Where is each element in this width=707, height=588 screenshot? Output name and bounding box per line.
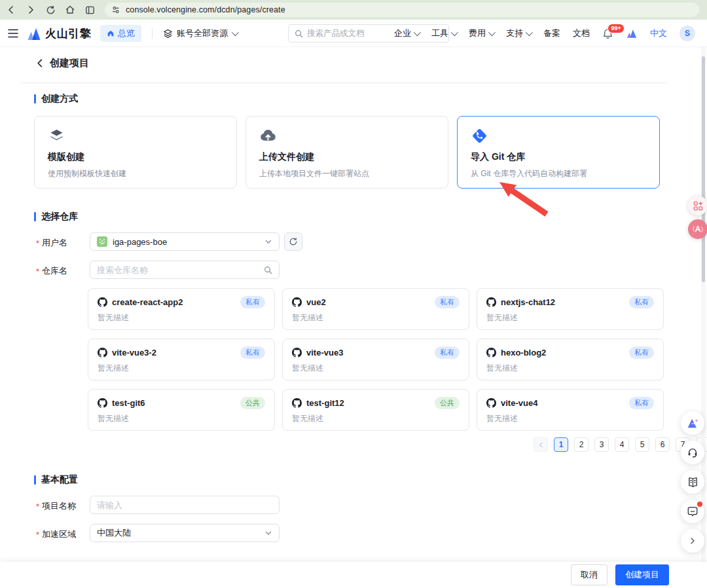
method-card-title: 模版创建 [48, 151, 223, 163]
visibility-badge: 私有 [240, 346, 265, 359]
method-card-upload[interactable]: 上传文件创建 上传本地项目文件一键部署站点 [245, 116, 448, 189]
nav-item-support[interactable]: 支持 [506, 28, 531, 39]
overview-badge[interactable]: 总览 [100, 25, 141, 42]
extension-collect-icon[interactable] [688, 196, 707, 215]
region-value: 中国大陆 [97, 527, 259, 539]
extension-translate-icon[interactable] [688, 219, 707, 239]
pagination-page[interactable]: 3 [594, 437, 609, 452]
chevron-down-icon [414, 29, 421, 36]
section-accent-bar [34, 94, 36, 103]
section-title-select-repo: 选择仓库 [34, 211, 78, 223]
method-card-desc: 上传本地项目文件一键部署站点 [259, 168, 435, 179]
method-card-git[interactable]: 导入 Git 仓库 从 Git 仓库导入代码自动构建部署 [457, 116, 660, 189]
browser-home-icon[interactable] [62, 1, 79, 18]
repo-name: test-git12 [306, 398, 430, 408]
nav-item-billing[interactable]: 费用 [469, 28, 494, 39]
github-avatar [97, 236, 107, 247]
ai-assistant-button[interactable] [681, 411, 704, 435]
repo-search[interactable] [90, 261, 280, 279]
pagination-page[interactable]: 5 [635, 437, 649, 452]
site-permissions-icon[interactable] [111, 5, 120, 14]
chevron-down-icon [264, 529, 272, 537]
repo-desc: 暂无描述 [486, 312, 654, 323]
visibility-badge: 私有 [629, 397, 654, 409]
pagination-prev-icon[interactable] [534, 437, 548, 452]
method-card-template[interactable]: 模版创建 使用预制模板快速创建 [34, 116, 237, 189]
repo-desc: 暂无描述 [292, 363, 460, 374]
repo-card[interactable]: vite-vue4 私有 暂无描述 [477, 389, 664, 431]
user-avatar[interactable]: S [680, 26, 695, 41]
layers-icon [163, 29, 173, 39]
username-value: iga-pages-boe [113, 237, 259, 247]
method-card-desc: 使用预制模板快速创建 [48, 168, 223, 179]
repo-card[interactable]: vite-vue3 私有 暂无描述 [282, 339, 469, 380]
nav-item-icp[interactable]: 备案 [543, 28, 560, 39]
docs-button[interactable] [681, 470, 704, 494]
back-button[interactable] [36, 59, 43, 67]
cancel-button[interactable]: 取消 [571, 564, 607, 585]
layers-icon [48, 127, 223, 145]
refresh-button[interactable] [284, 232, 302, 251]
chevron-right-icon [689, 537, 696, 545]
required-marker: * [36, 530, 39, 540]
collapse-rail-button[interactable] [681, 529, 704, 553]
support-button[interactable] [681, 441, 704, 464]
repo-card[interactable]: test-git12 公共 暂无描述 [282, 389, 469, 431]
repo-card[interactable]: vite-vue3-2 私有 暂无描述 [88, 339, 275, 380]
pagination-page[interactable]: 1 [554, 437, 568, 452]
create-project-button[interactable]: 创建项目 [615, 564, 669, 585]
nav-item-tools[interactable]: 工具 [431, 28, 456, 39]
search-icon [295, 29, 303, 38]
region-select[interactable]: 中国大陆 [90, 524, 280, 542]
repo-card[interactable]: test-git6 公共 暂无描述 [88, 389, 275, 431]
resource-selector-label: 账号全部资源 [177, 28, 228, 39]
browser-forward-icon[interactable] [22, 1, 39, 18]
scrollbar-thumb[interactable] [702, 56, 705, 282]
language-switch[interactable]: 中文 [650, 28, 667, 39]
notification-bell[interactable]: 99+ [602, 28, 613, 39]
github-icon [98, 348, 107, 358]
project-name-label: * 项目名称 [36, 500, 76, 512]
visibility-badge: 公共 [435, 397, 460, 409]
repo-card[interactable]: create-react-app2 私有 暂无描述 [88, 288, 275, 330]
brand-name: 火山引擎 [45, 26, 91, 41]
pagination-page[interactable]: 4 [615, 437, 629, 452]
repo-search-input[interactable] [97, 265, 259, 275]
feedback-button[interactable] [681, 500, 704, 523]
pagination-page[interactable]: 2 [574, 437, 589, 452]
url-text: console.volcengine.com/dcdn/pages/create [126, 5, 285, 14]
chevron-left-icon [36, 59, 43, 67]
repo-card[interactable]: nextjs-chat12 私有 暂无描述 [477, 288, 664, 330]
url-bar[interactable]: console.volcengine.com/dcdn/pages/create [105, 3, 699, 17]
required-marker: * [36, 502, 39, 511]
nav-item-docs[interactable]: 文档 [573, 28, 590, 39]
username-select[interactable]: iga-pages-boe [90, 232, 280, 251]
github-icon [486, 348, 496, 358]
repo-card[interactable]: vue2 私有 暂无描述 [282, 288, 469, 330]
nav-item-enterprise[interactable]: 企业 [394, 28, 419, 39]
chevron-down-icon [451, 29, 458, 36]
title-divider [20, 83, 668, 83]
repo-name: nextjs-chat12 [501, 297, 625, 307]
repo-name: vite-vue3-2 [112, 348, 236, 358]
browser-back-icon[interactable] [3, 1, 20, 18]
repo-card[interactable]: hexo-blog2 私有 暂无描述 [477, 339, 664, 380]
project-name-field[interactable] [90, 496, 280, 514]
browser-sidepanel-icon[interactable] [81, 1, 98, 18]
project-name-input[interactable] [97, 500, 272, 510]
pagination-page[interactable]: 6 [655, 437, 670, 452]
section-title-create-method: 创建方式 [34, 93, 78, 105]
required-marker: * [36, 238, 39, 248]
upload-cloud-icon [259, 127, 435, 145]
brand-logo[interactable]: 火山引擎 [26, 26, 91, 41]
github-icon [292, 297, 302, 307]
page-title: 创建项目 [50, 57, 89, 69]
hamburger-menu-icon[interactable] [0, 20, 26, 47]
volcengine-mini-logo-icon[interactable] [626, 28, 638, 39]
refresh-icon [289, 237, 298, 246]
browser-reload-icon[interactable] [42, 1, 59, 18]
repo-label: * 仓库名 [36, 265, 67, 277]
method-card-desc: 从 Git 仓库导入代码自动构建部署 [471, 168, 646, 179]
section-accent-bar [34, 212, 36, 221]
resource-selector[interactable]: 账号全部资源 [163, 28, 237, 39]
